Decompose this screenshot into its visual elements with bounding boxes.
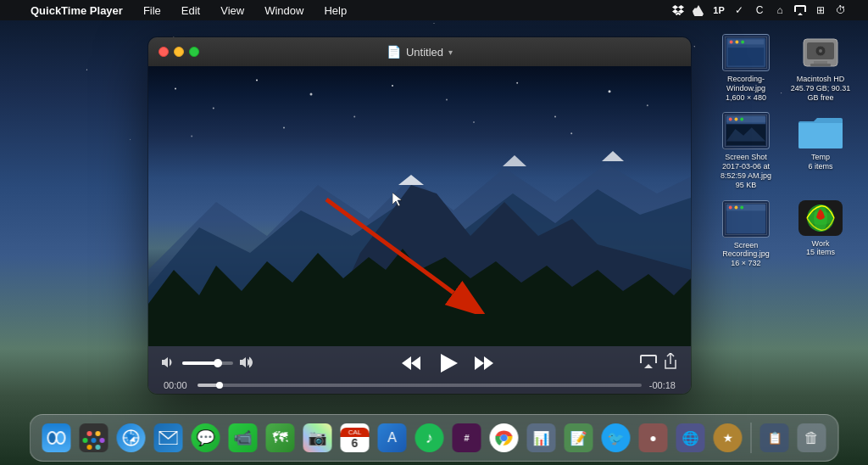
- play-triangle-icon: [441, 354, 458, 373]
- dock-slack[interactable]: #: [449, 420, 485, 456]
- volume-thumb: [214, 359, 222, 367]
- google-drive-icon[interactable]: [692, 3, 705, 17]
- svg-rect-13: [723, 113, 769, 148]
- video-content: [148, 66, 691, 346]
- dock-launchpad[interactable]: [76, 420, 112, 456]
- svg-rect-15: [726, 116, 765, 123]
- svg-rect-14: [726, 116, 765, 146]
- menubar-right: 1P ✓ C ⌂ ⊞ ⏱: [671, 3, 861, 17]
- svg-point-17: [735, 118, 738, 121]
- dock-messages[interactable]: 💬: [188, 420, 224, 456]
- desktop-icon-work[interactable]: Work15 items: [790, 200, 851, 258]
- svg-rect-10: [810, 64, 831, 66]
- share-button[interactable]: [664, 353, 677, 373]
- controls-right: [640, 353, 677, 373]
- time-machine-icon[interactable]: ⏱: [834, 3, 848, 17]
- file-menu[interactable]: File: [140, 4, 164, 17]
- home-icon[interactable]: ⌂: [773, 3, 787, 17]
- desktop-icon-temp[interactable]: Temp6 items: [790, 112, 851, 171]
- desktop-icon-macintosh-hd[interactable]: Macintosh HD245.79 GB; 90.31 GB free: [790, 34, 851, 102]
- recording-window-thumbnail: [722, 34, 770, 71]
- window-menu[interactable]: Window: [261, 4, 307, 17]
- dock-mail[interactable]: [151, 420, 186, 456]
- svg-point-62: [87, 445, 92, 450]
- svg-point-25: [740, 205, 743, 209]
- menubar-left: QuickTime Player File Edit View Window H…: [7, 4, 350, 17]
- dock-generic5[interactable]: ★: [710, 420, 746, 456]
- desktop-icon-recording-window[interactable]: Recording-Window.jpg1,600 × 480: [715, 34, 776, 102]
- rewind-button[interactable]: [402, 356, 420, 370]
- app-name-menu[interactable]: QuickTime Player: [27, 4, 126, 17]
- svg-point-5: [741, 41, 744, 44]
- svg-point-54: [49, 433, 56, 443]
- svg-point-18: [740, 118, 743, 121]
- help-menu[interactable]: Help: [320, 4, 350, 17]
- desktop-icon-screenshot[interactable]: Screen Shot 2017-03-06 at8:52:59 AM.jpg9…: [715, 112, 776, 189]
- svg-point-24: [735, 205, 738, 209]
- fast-forward-button[interactable]: [475, 356, 493, 370]
- svg-rect-19: [726, 125, 765, 146]
- airplay-menubar-icon[interactable]: [793, 3, 807, 17]
- timeline-track[interactable]: [198, 384, 642, 387]
- checkmark-icon[interactable]: ✓: [732, 3, 746, 17]
- menubar: QuickTime Player File Edit View Window H…: [0, 0, 868, 20]
- grid-icon[interactable]: ⊞: [814, 3, 827, 17]
- dock-spotify[interactable]: ♪: [412, 420, 448, 456]
- dock: 💬 📹 🗺 📷 CAL 6 A ♪ # 📊 📝 🐦 ●: [30, 414, 839, 462]
- screenshot-label: Screen Shot 2017-03-06 at8:52:59 AM.jpg9…: [715, 153, 776, 189]
- dock-finder[interactable]: [39, 420, 75, 456]
- window-title-text: Untitled: [406, 46, 443, 59]
- dock-photos[interactable]: 📷: [300, 420, 336, 456]
- edit-menu[interactable]: Edit: [178, 4, 203, 17]
- quicktime-window: 📄 Untitled ▾: [148, 37, 691, 394]
- svg-rect-20: [723, 200, 769, 236]
- 1password-icon[interactable]: 1P: [712, 3, 726, 17]
- dock-safari[interactable]: [114, 420, 149, 456]
- svg-rect-1: [726, 38, 765, 68]
- dock-facetime[interactable]: 📹: [225, 420, 261, 456]
- work-label: Work15 items: [806, 239, 835, 258]
- svg-point-23: [729, 205, 732, 209]
- svg-point-71: [501, 434, 508, 441]
- dock-generic2[interactable]: 📝: [561, 420, 597, 456]
- traffic-lights: [159, 47, 199, 57]
- maximize-button[interactable]: [189, 47, 199, 57]
- dock-calendar[interactable]: CAL 6: [337, 420, 373, 456]
- play-button[interactable]: [434, 350, 461, 377]
- svg-rect-0: [723, 35, 769, 70]
- dock-appstore[interactable]: A: [375, 420, 410, 456]
- desktop-icon-screen-recording[interactable]: Screen Recording.jpg16 × 732: [715, 200, 776, 268]
- airplay-button[interactable]: [640, 355, 657, 372]
- dock-trash[interactable]: 🗑: [794, 420, 830, 456]
- window-title-area: 📄 Untitled ▾: [387, 45, 453, 59]
- temp-label: Temp6 items: [808, 153, 832, 171]
- svg-rect-9: [814, 61, 827, 64]
- dock-generic4[interactable]: 🌐: [673, 420, 709, 456]
- temp-folder-thumbnail: [797, 112, 844, 149]
- remaining-time-label: -00:18: [648, 380, 676, 390]
- svg-point-58: [96, 431, 101, 436]
- view-menu[interactable]: View: [217, 4, 248, 17]
- dock-generic3[interactable]: ●: [636, 420, 671, 456]
- desktop-icon-row-3: Screen Recording.jpg16 × 732 Work15 item…: [715, 200, 851, 268]
- svg-point-63: [96, 445, 101, 450]
- svg-marker-44: [411, 356, 420, 370]
- dock-notification[interactable]: 📋: [757, 420, 793, 456]
- minimize-button[interactable]: [174, 47, 184, 57]
- macintosh-hd-thumbnail: [797, 34, 844, 71]
- dock-chrome[interactable]: [487, 420, 522, 456]
- title-chevron-icon[interactable]: ▾: [448, 48, 453, 57]
- clipboard-icon[interactable]: C: [753, 3, 766, 17]
- close-button[interactable]: [159, 47, 169, 57]
- desktop-icons: Recording-Window.jpg1,600 × 480 Macintos…: [715, 34, 851, 268]
- svg-rect-21: [726, 204, 765, 233]
- volume-slider[interactable]: [182, 361, 233, 365]
- macintosh-hd-label: Macintosh HD245.79 GB; 90.31 GB free: [790, 75, 851, 102]
- svg-rect-22: [726, 204, 765, 210]
- dock-generic1[interactable]: 📊: [524, 420, 559, 456]
- desktop-icon-row-2: Screen Shot 2017-03-06 at8:52:59 AM.jpg9…: [715, 112, 851, 189]
- dock-twitter[interactable]: 🐦: [598, 420, 634, 456]
- svg-point-16: [729, 118, 732, 121]
- dock-maps[interactable]: 🗺: [263, 420, 298, 456]
- dropbox-icon[interactable]: [671, 3, 685, 17]
